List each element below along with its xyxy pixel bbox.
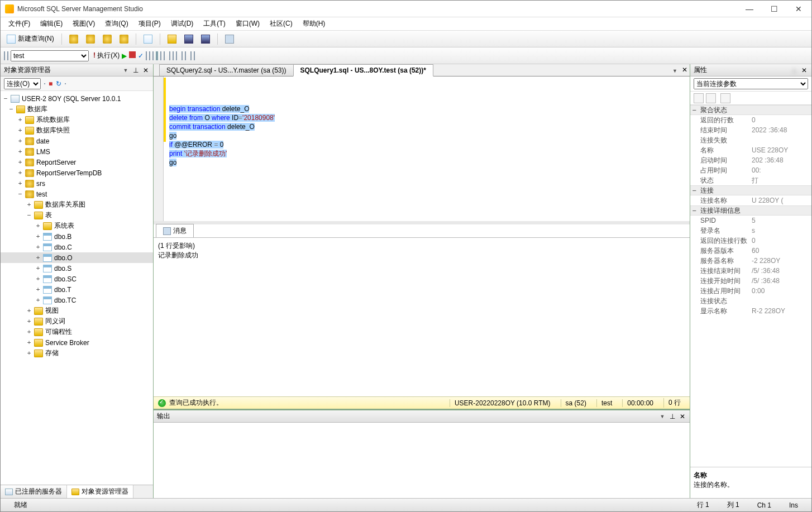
pin-icon[interactable]: ⊥ [132,66,140,74]
property-row[interactable]: 状态打 [690,175,811,185]
menu-help[interactable]: 帮助(H) [298,18,330,30]
sqlcmd-button[interactable] [176,52,177,60]
property-row[interactable]: 连接状态 [690,296,811,306]
menu-window[interactable]: 窗口(W) [231,18,264,30]
tree-server[interactable]: −USER-2 8OY (SQL Server 10.0.1 [1,93,153,104]
tree-views[interactable]: +视图 [1,305,153,316]
stop-icon[interactable]: ■ [49,80,52,88]
execute-button[interactable]: ! 执行(X) [93,51,120,60]
tree-db-date[interactable]: +date [1,136,153,146]
property-row[interactable]: SPID5 [690,216,811,226]
panel-position-icon[interactable]: ▼ [122,66,130,74]
results-to-file-button[interactable] [164,52,165,60]
property-row[interactable]: 显示名称 R-2 228OY [690,306,811,316]
property-row[interactable]: 启动时间202 :36:48 [690,155,811,165]
property-row[interactable]: 连接名称U 228OY ( [690,195,811,205]
tree-db-srs[interactable]: +srs [1,178,153,189]
menu-debug[interactable]: 调试(D) [166,18,198,30]
results-to-text-button[interactable] [160,52,161,60]
property-row[interactable]: 服务器版本 60 [690,246,811,256]
tree-synonyms[interactable]: +同义词 [1,316,153,327]
new-query-button[interactable]: 新建查询(N) [4,32,57,45]
filter-icon[interactable] [65,83,66,84]
property-row[interactable]: 占用时间00: [690,165,811,175]
property-row[interactable]: 连接占用时间 0:00 [690,286,811,296]
include-plan-button[interactable] [149,52,150,60]
property-row[interactable]: 结束时间2022 :36:48 [690,125,811,135]
menu-query[interactable]: 查询(Q) [101,18,132,30]
disconnect-icon[interactable] [44,83,45,84]
property-row[interactable]: 连接开始时间 /5/ :36:48 [690,276,811,286]
close-button[interactable]: ✕ [790,4,807,13]
property-category[interactable]: −连接 [690,185,811,195]
property-row[interactable]: 连接失败 [690,135,811,145]
menu-file[interactable]: 文件(F) [4,18,35,30]
pin-icon[interactable]: ⊥ [790,66,798,74]
tree-tables[interactable]: −表 [1,210,153,221]
new-file-button[interactable] [141,33,155,45]
alphabetical-icon[interactable] [706,93,716,103]
tab-sqlquery1[interactable]: SQLQuery1.sql - US...8OY.test (sa (52))* [293,64,433,76]
tree-system-databases[interactable]: +系统数据库 [1,114,153,125]
database-selector[interactable]: test [11,50,89,61]
results-to-grid-button[interactable] [156,51,158,60]
tab-sqlquery2[interactable]: SQLQuery2.sql - US...Y.master (sa (53)) [159,64,294,76]
messages-pane[interactable]: (1 行受影响) 记录删除成功 [154,238,690,396]
tree-table-s[interactable]: +dbo.S [1,263,153,274]
tree-db-reportserver[interactable]: +ReportServer [1,157,153,168]
tree-database-snapshots[interactable]: +数据库快照 [1,125,153,136]
panel-close-icon[interactable]: ✕ [800,66,808,74]
property-pages-icon[interactable] [720,93,730,103]
property-row[interactable]: 连接结束时间 /5/ :36:48 [690,266,811,276]
menu-community[interactable]: 社区(C) [265,18,297,30]
tree-db-lms[interactable]: +LMS [1,146,153,157]
object-explorer-tree[interactable]: −USER-2 8OY (SQL Server 10.0.1 −数据库 +系统数… [1,91,153,485]
connect-dropdown[interactable]: 连接(O) [4,78,41,89]
specify-values-button[interactable] [190,52,192,60]
display-plan-button[interactable] [146,52,147,60]
messages-tab[interactable]: 消息 [156,224,194,237]
property-row[interactable]: 返回的连接行数0 [690,236,811,246]
change-connection-button[interactable] [7,52,8,60]
panel-close-icon[interactable]: ✕ [679,413,686,420]
menu-view[interactable]: 视图(V) [68,18,99,30]
activity-monitor-button[interactable] [222,33,237,45]
tree-databases[interactable]: −数据库 [1,104,153,114]
maximize-button[interactable]: ☐ [766,4,782,13]
menu-project[interactable]: 项目(P) [134,18,165,30]
panel-position-icon[interactable]: ▼ [658,413,666,420]
db-engine-query-button-4[interactable] [117,33,131,45]
tree-storage[interactable]: +存储 [1,348,153,358]
menu-edit[interactable]: 编辑(E) [36,18,67,30]
intellisense-button[interactable] [194,52,195,60]
open-button[interactable] [165,33,179,45]
tab-list-icon[interactable]: ▼ [670,66,680,76]
tree-db-test[interactable]: −test [1,189,153,199]
db-engine-query-button-3[interactable] [100,33,114,45]
panel-close-icon[interactable]: ✕ [142,66,150,74]
save-button[interactable] [181,33,196,45]
property-grid[interactable]: −聚合状态返回的行数0结束时间2022 :36:48连接失败名称USE 228O… [690,105,811,467]
tree-table-o[interactable]: +dbo.O [1,252,153,263]
tree-service-broker[interactable]: +Service Broker [1,337,153,348]
tree-programmability[interactable]: +可编程性 [1,327,153,337]
minimize-button[interactable]: — [741,4,758,13]
property-row[interactable]: 返回的行数0 [690,115,811,125]
output-body[interactable] [154,423,690,498]
comment-button[interactable] [169,52,170,60]
property-category[interactable]: −聚合状态 [690,105,811,115]
tree-db-reportservertempdb[interactable]: +ReportServerTempDB [1,168,153,178]
indent-button[interactable] [181,52,183,60]
connect-button[interactable] [4,52,5,60]
tab-close-icon[interactable]: ✕ [680,64,690,76]
db-engine-query-button[interactable] [66,33,81,45]
db-engine-query-button-2[interactable] [83,33,98,45]
tree-system-tables[interactable]: +系统表 [1,221,153,231]
tree-table-tc[interactable]: +dbo.TC [1,295,153,305]
debug-button[interactable]: ▶ [122,52,127,60]
categorized-icon[interactable] [694,93,704,103]
tree-table-sc[interactable]: +dbo.SC [1,274,153,284]
tree-diagrams[interactable]: +数据库关系图 [1,199,153,210]
tree-table-t[interactable]: +dbo.T [1,284,153,295]
save-all-button[interactable] [198,33,213,45]
